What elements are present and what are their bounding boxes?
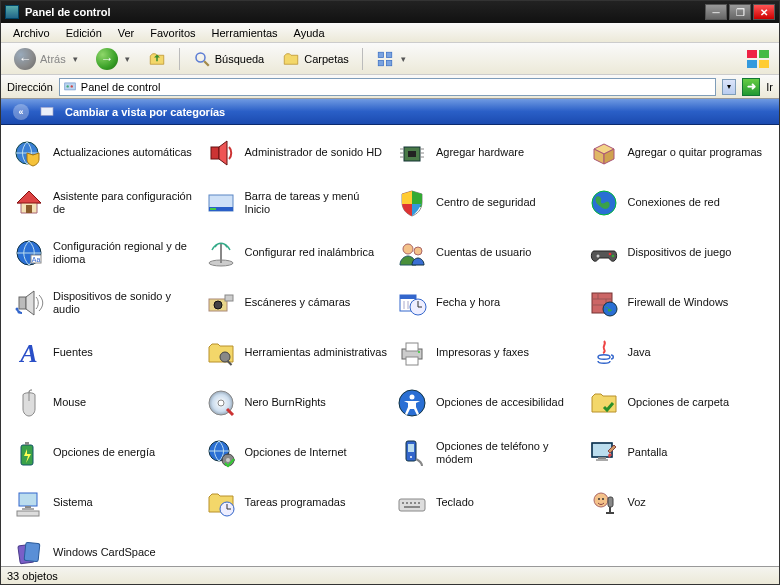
cp-item-internet[interactable]: Opciones de Internet <box>205 435 389 471</box>
forward-button[interactable]: → <box>89 45 137 73</box>
menu-herramientas[interactable]: Herramientas <box>204 25 286 41</box>
cp-item-scanners[interactable]: Escáneres y cámaras <box>205 285 389 321</box>
cp-item-label: Dispositivos de sonido y audio <box>53 290 197 316</box>
svg-rect-87 <box>19 493 37 506</box>
cp-item-system[interactable]: Sistema <box>13 485 197 521</box>
users-icon <box>396 237 428 269</box>
content-area[interactable]: Actualizaciones automáticasAdministrador… <box>1 125 779 566</box>
svg-point-12 <box>70 85 72 87</box>
minimize-button[interactable]: ─ <box>705 4 727 20</box>
back-label: Atrás <box>40 53 66 65</box>
taskbar-icon <box>205 187 237 219</box>
cp-item-hd-audio[interactable]: Administrador de sonido HD <box>205 135 389 171</box>
cp-item-mouse[interactable]: Mouse <box>13 385 197 421</box>
menu-edicion[interactable]: Edición <box>58 25 110 41</box>
windows-logo-icon <box>745 48 773 70</box>
folders-button[interactable]: Carpetas <box>275 47 356 71</box>
cp-item-security-center[interactable]: Centro de seguridad <box>396 185 580 221</box>
svg-rect-64 <box>406 357 418 365</box>
cp-item-java[interactable]: Java <box>588 335 772 371</box>
svg-rect-81 <box>408 444 414 452</box>
globe-shield-icon <box>13 137 45 169</box>
menu-ayuda[interactable]: Ayuda <box>286 25 333 41</box>
svg-point-36 <box>596 255 599 258</box>
cp-item-label: Java <box>628 346 651 359</box>
battery-icon <box>13 437 45 469</box>
maximize-button[interactable]: ❐ <box>729 4 751 20</box>
cp-item-sound[interactable]: Dispositivos de sonido y audio <box>13 285 197 321</box>
go-button[interactable]: ➜ <box>742 78 760 96</box>
cp-item-taskbar[interactable]: Barra de tareas y menú Inicio <box>205 185 389 221</box>
cp-item-display[interactable]: Pantalla <box>588 435 772 471</box>
svg-point-75 <box>226 458 230 462</box>
cp-item-label: Mouse <box>53 396 86 409</box>
cp-item-accessibility[interactable]: Opciones de accesibilidad <box>396 385 580 421</box>
cp-item-network[interactable]: Conexiones de red <box>588 185 772 221</box>
svg-point-58 <box>603 302 617 316</box>
back-arrow-icon: ← <box>14 48 36 70</box>
cp-item-accounts[interactable]: Cuentas de usuario <box>396 235 580 271</box>
svg-rect-17 <box>408 151 416 157</box>
cp-item-add-remove[interactable]: Agregar o quitar programas <box>588 135 772 171</box>
chip-icon <box>396 137 428 169</box>
address-value: Panel de control <box>81 81 161 93</box>
cp-item-admin-tools[interactable]: Herramientas administrativas <box>205 335 389 371</box>
cp-item-speech[interactable]: Voz <box>588 485 772 521</box>
cp-item-label: Opciones de accesibilidad <box>436 396 564 409</box>
folders-icon <box>282 50 300 68</box>
cp-item-keyboard[interactable]: Teclado <box>396 485 580 521</box>
titlebar[interactable]: Panel de control ─ ❐ ✕ <box>1 1 779 23</box>
cp-item-wizard[interactable]: Asistente para configuración de <box>13 185 197 221</box>
cp-item-fonts[interactable]: AFuentes <box>13 335 197 371</box>
folder-tool-icon <box>205 337 237 369</box>
cp-item-power[interactable]: Opciones de energía <box>13 435 197 471</box>
menubar: Archivo Edición Ver Favoritos Herramient… <box>1 23 779 43</box>
views-button[interactable] <box>369 47 413 71</box>
java-icon <box>588 337 620 369</box>
switch-view-link[interactable]: Cambiar a vista por categorías <box>65 106 225 118</box>
up-button[interactable] <box>141 47 173 71</box>
address-dropdown-button[interactable]: ▾ <box>722 79 736 95</box>
svg-rect-8 <box>747 60 757 68</box>
cp-item-cardspace[interactable]: Windows CardSpace <box>13 535 197 566</box>
menu-favoritos[interactable]: Favoritos <box>142 25 203 41</box>
control-panel-small-icon <box>63 80 77 94</box>
cp-item-label: Opciones de carpeta <box>628 396 730 409</box>
cp-item-phone[interactable]: Opciones de teléfono y módem <box>396 435 580 471</box>
address-field[interactable]: Panel de control <box>59 78 716 96</box>
cp-item-tasks[interactable]: Tareas programadas <box>205 485 389 521</box>
cp-item-add-hardware[interactable]: Agregar hardware <box>396 135 580 171</box>
cp-item-label: Cuentas de usuario <box>436 246 531 259</box>
menu-archivo[interactable]: Archivo <box>5 25 58 41</box>
cp-item-folder-opts[interactable]: Opciones de carpeta <box>588 385 772 421</box>
collapse-icon[interactable]: « <box>13 104 29 120</box>
cp-item-game-ctrl[interactable]: Dispositivos de juego <box>588 235 772 271</box>
svg-point-70 <box>410 395 415 400</box>
svg-point-41 <box>18 311 21 314</box>
svg-rect-13 <box>41 107 53 115</box>
cp-item-nero[interactable]: Nero BurnRights <box>205 385 389 421</box>
svg-rect-96 <box>406 502 408 504</box>
search-label: Búsqueda <box>215 53 265 65</box>
search-button[interactable]: Búsqueda <box>186 47 272 71</box>
cp-item-date-time[interactable]: Fecha y hora <box>396 285 580 321</box>
cp-item-label: Conexiones de red <box>628 196 720 209</box>
menu-ver[interactable]: Ver <box>110 25 143 41</box>
cp-item-wireless[interactable]: Configurar red inalámbrica <box>205 235 389 271</box>
cp-item-label: Pantalla <box>628 446 668 459</box>
globe-gear-icon <box>205 437 237 469</box>
cp-item-label: Opciones de energía <box>53 446 155 459</box>
cp-item-printers[interactable]: Impresoras y faxes <box>396 335 580 371</box>
close-button[interactable]: ✕ <box>753 4 775 20</box>
cp-item-regional[interactable]: AaConfiguración regional y de idioma <box>13 235 197 271</box>
control-panel-icon <box>5 5 19 19</box>
back-button[interactable]: ← Atrás <box>7 45 85 73</box>
cp-item-firewall[interactable]: Firewall de Windows <box>588 285 772 321</box>
printer-icon <box>396 337 428 369</box>
svg-rect-3 <box>386 52 391 57</box>
cp-item-label: Fecha y hora <box>436 296 500 309</box>
cp-item-auto-updates[interactable]: Actualizaciones automáticas <box>13 135 197 171</box>
cp-item-label: Opciones de teléfono y módem <box>436 440 580 466</box>
svg-text:Aa: Aa <box>32 256 41 263</box>
svg-rect-63 <box>406 343 418 351</box>
